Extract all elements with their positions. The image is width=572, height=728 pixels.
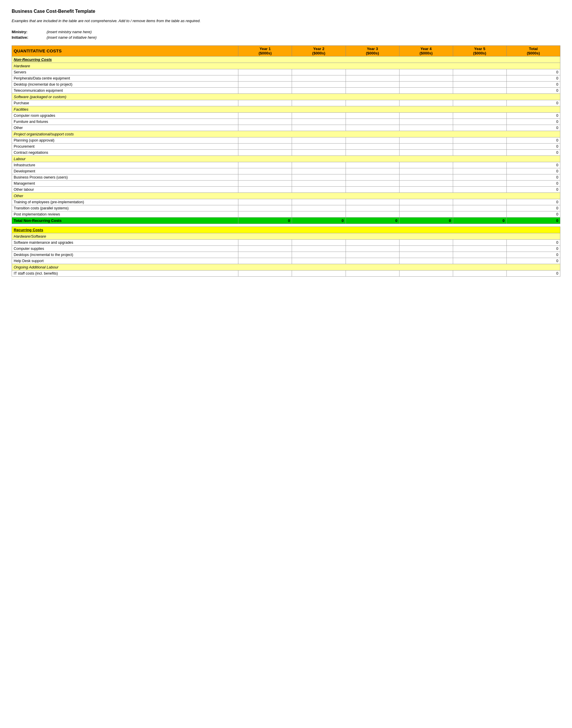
row-year-y5[interactable] (453, 100, 506, 106)
row-year-y4[interactable] (399, 205, 453, 211)
row-year-y1[interactable] (238, 149, 292, 156)
row-year-y1[interactable] (238, 87, 292, 93)
row-year-y2[interactable] (292, 270, 346, 276)
row-year-y5[interactable] (453, 245, 506, 252)
row-year-y1[interactable] (238, 245, 292, 252)
row-year-y4[interactable] (399, 118, 453, 125)
row-year-y1[interactable] (238, 174, 292, 180)
row-year-y1[interactable] (238, 162, 292, 168)
row-year-y2[interactable] (292, 100, 346, 106)
row-year-y4[interactable] (399, 87, 453, 93)
row-year-y3[interactable] (346, 245, 399, 252)
row-year-y2[interactable] (292, 180, 346, 186)
row-year-y1[interactable] (238, 125, 292, 131)
row-year-y5[interactable] (453, 112, 506, 118)
row-year-y2[interactable] (292, 87, 346, 93)
row-year-y1[interactable] (238, 168, 292, 174)
row-year-y1[interactable] (238, 81, 292, 87)
row-year-y3[interactable] (346, 270, 399, 276)
row-year-y5[interactable] (453, 199, 506, 205)
row-year-y1[interactable] (238, 211, 292, 217)
row-year-y1[interactable] (238, 270, 292, 276)
row-year-y3[interactable] (346, 87, 399, 93)
row-year-y1[interactable] (238, 205, 292, 211)
row-year-y5[interactable] (453, 137, 506, 143)
row-year-y2[interactable] (292, 245, 346, 252)
row-year-y3[interactable] (346, 162, 399, 168)
row-year-y4[interactable] (399, 137, 453, 143)
row-year-y4[interactable] (399, 143, 453, 149)
row-year-y2[interactable] (292, 125, 346, 131)
row-year-y4[interactable] (399, 270, 453, 276)
row-year-y4[interactable] (399, 245, 453, 252)
row-year-y3[interactable] (346, 118, 399, 125)
row-year-y3[interactable] (346, 81, 399, 87)
row-year-y3[interactable] (346, 137, 399, 143)
row-year-y4[interactable] (399, 252, 453, 258)
row-year-y4[interactable] (399, 149, 453, 156)
row-year-y4[interactable] (399, 69, 453, 75)
row-year-y4[interactable] (399, 125, 453, 131)
row-year-y3[interactable] (346, 100, 399, 106)
row-year-y1[interactable] (238, 258, 292, 264)
row-year-y2[interactable] (292, 69, 346, 75)
row-year-y1[interactable] (238, 239, 292, 245)
row-year-y5[interactable] (453, 252, 506, 258)
row-year-y2[interactable] (292, 149, 346, 156)
row-year-y3[interactable] (346, 112, 399, 118)
row-year-y5[interactable] (453, 239, 506, 245)
row-year-y3[interactable] (346, 186, 399, 192)
row-year-y2[interactable] (292, 199, 346, 205)
row-year-y1[interactable] (238, 137, 292, 143)
row-year-y3[interactable] (346, 239, 399, 245)
row-year-y4[interactable] (399, 199, 453, 205)
row-year-y1[interactable] (238, 180, 292, 186)
row-year-y1[interactable] (238, 199, 292, 205)
row-year-y2[interactable] (292, 205, 346, 211)
row-year-y1[interactable] (238, 100, 292, 106)
row-year-y4[interactable] (399, 211, 453, 217)
row-year-y1[interactable] (238, 112, 292, 118)
row-year-y2[interactable] (292, 258, 346, 264)
row-year-y3[interactable] (346, 205, 399, 211)
row-year-y2[interactable] (292, 118, 346, 125)
row-year-y4[interactable] (399, 162, 453, 168)
row-year-y2[interactable] (292, 252, 346, 258)
row-year-y2[interactable] (292, 137, 346, 143)
row-year-y4[interactable] (399, 186, 453, 192)
row-year-y4[interactable] (399, 174, 453, 180)
row-year-y3[interactable] (346, 125, 399, 131)
row-year-y4[interactable] (399, 168, 453, 174)
row-year-y5[interactable] (453, 205, 506, 211)
row-year-y4[interactable] (399, 75, 453, 81)
row-year-y5[interactable] (453, 180, 506, 186)
row-year-y3[interactable] (346, 168, 399, 174)
row-year-y5[interactable] (453, 211, 506, 217)
row-year-y3[interactable] (346, 211, 399, 217)
row-year-y3[interactable] (346, 149, 399, 156)
row-year-y1[interactable] (238, 186, 292, 192)
row-year-y5[interactable] (453, 81, 506, 87)
row-year-y3[interactable] (346, 180, 399, 186)
row-year-y5[interactable] (453, 186, 506, 192)
row-year-y4[interactable] (399, 81, 453, 87)
row-year-y1[interactable] (238, 143, 292, 149)
row-year-y2[interactable] (292, 211, 346, 217)
row-year-y5[interactable] (453, 270, 506, 276)
row-year-y2[interactable] (292, 186, 346, 192)
row-year-y5[interactable] (453, 162, 506, 168)
row-year-y3[interactable] (346, 252, 399, 258)
row-year-y4[interactable] (399, 112, 453, 118)
row-year-y1[interactable] (238, 252, 292, 258)
row-year-y2[interactable] (292, 81, 346, 87)
row-year-y2[interactable] (292, 239, 346, 245)
row-year-y2[interactable] (292, 112, 346, 118)
row-year-y4[interactable] (399, 239, 453, 245)
row-year-y5[interactable] (453, 174, 506, 180)
row-year-y2[interactable] (292, 75, 346, 81)
row-year-y4[interactable] (399, 100, 453, 106)
row-year-y3[interactable] (346, 143, 399, 149)
row-year-y1[interactable] (238, 75, 292, 81)
row-year-y3[interactable] (346, 75, 399, 81)
row-year-y5[interactable] (453, 125, 506, 131)
